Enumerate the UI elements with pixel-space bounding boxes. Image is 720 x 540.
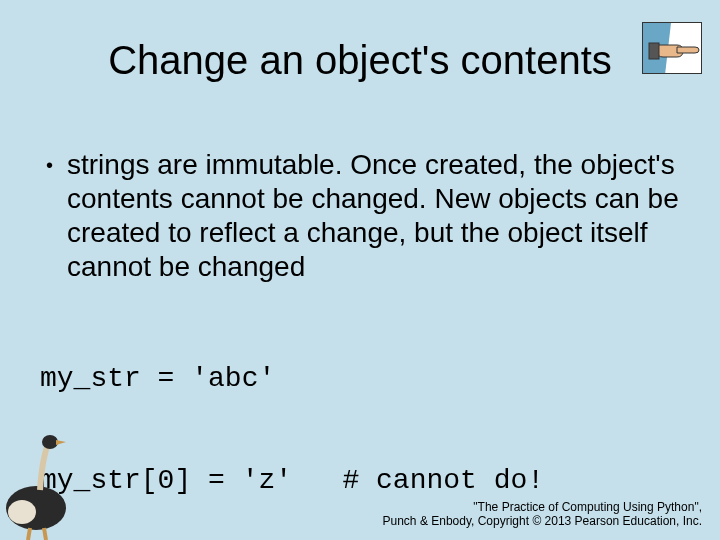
footer-credit: "The Practice of Computing Using Python"… [383, 500, 702, 528]
bullet-item: • strings are immutable. Once created, t… [40, 148, 680, 284]
ostrich-icon [0, 430, 80, 540]
svg-line-7 [28, 528, 30, 540]
slide-title: Change an object's contents [0, 38, 720, 83]
slide-body: • strings are immutable. Once created, t… [40, 148, 680, 540]
svg-line-8 [44, 528, 46, 540]
svg-point-5 [42, 435, 58, 449]
svg-marker-6 [56, 440, 66, 445]
bullet-marker: • [46, 148, 53, 182]
footer-line: "The Practice of Computing Using Python"… [383, 500, 702, 514]
code-line: my_str = 'abc' [40, 362, 680, 396]
code-line: my_str[0] = 'z' # cannot do! [40, 464, 680, 498]
svg-point-4 [8, 500, 36, 524]
footer-line: Punch & Enbody, Copyright © 2013 Pearson… [383, 514, 702, 528]
slide: Change an object's contents • strings ar… [0, 0, 720, 540]
bullet-text: strings are immutable. Once created, the… [67, 148, 680, 284]
